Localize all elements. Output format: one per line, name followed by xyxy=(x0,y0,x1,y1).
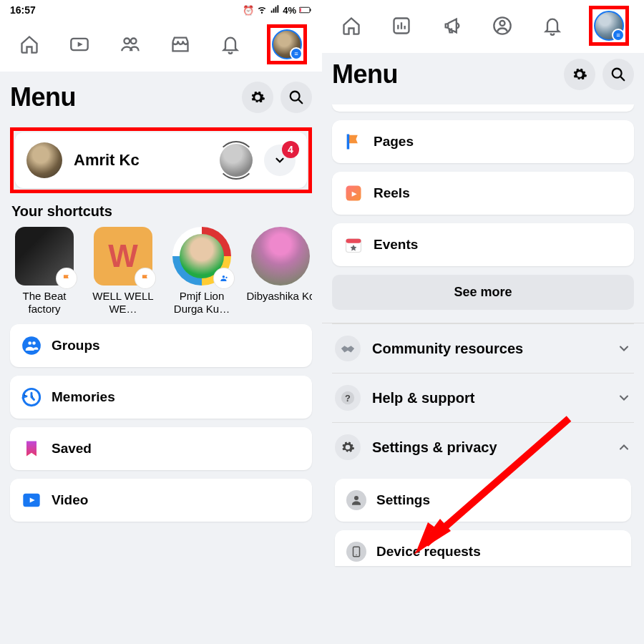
profile-card[interactable]: Amrit Kc 4 xyxy=(15,132,307,188)
settings-privacy-sublist: Settings Device requests xyxy=(332,479,634,566)
search-button[interactable] xyxy=(602,59,634,90)
menu-badge-icon: ≡ xyxy=(290,47,303,60)
svg-point-6 xyxy=(291,92,300,101)
svg-point-22 xyxy=(356,555,357,556)
shortcut-item[interactable]: Dibyashika Kc xyxy=(246,227,312,316)
profile-tab-icon[interactable] xyxy=(488,12,517,39)
shortcuts-row[interactable]: The Beat factory W WELL WELL WE… Pmjf Li… xyxy=(10,227,312,316)
gear-icon xyxy=(250,89,265,105)
profile-avatar xyxy=(26,142,62,178)
video-icon xyxy=(21,490,42,510)
expandable-community-resources[interactable]: Community resources xyxy=(332,323,634,373)
svg-point-7 xyxy=(22,336,41,355)
device-icon xyxy=(346,542,366,562)
menu-item-label: Pages xyxy=(374,134,414,150)
menu-item-label: Reels xyxy=(374,185,410,201)
svg-text:?: ? xyxy=(345,393,351,404)
wifi-icon xyxy=(257,4,267,16)
menu-item-label: Saved xyxy=(52,441,92,457)
shortcut-label: The Beat factory xyxy=(10,290,79,316)
chevron-down-icon xyxy=(617,391,631,405)
marketplace-tab-icon[interactable] xyxy=(166,31,195,58)
status-icons: ⏰ 4% xyxy=(243,4,312,16)
svg-rect-17 xyxy=(346,239,361,243)
menu-badge-icon: ≡ xyxy=(612,29,625,42)
question-icon: ? xyxy=(335,385,361,411)
flag-icon xyxy=(135,268,155,288)
notifications-tab-icon[interactable] xyxy=(216,31,245,58)
settings-gear-button[interactable] xyxy=(242,82,273,113)
shortcut-image xyxy=(251,227,310,286)
menu-item-reels[interactable]: Reels xyxy=(332,172,634,215)
memories-icon xyxy=(21,387,42,407)
friends-tab-icon[interactable] xyxy=(116,31,145,58)
svg-point-20 xyxy=(354,496,358,500)
svg-rect-1 xyxy=(310,9,311,11)
menu-header: Menu xyxy=(322,53,644,104)
events-icon xyxy=(343,235,364,255)
shortcut-image: W xyxy=(94,227,152,286)
menu-item-saved[interactable]: Saved xyxy=(10,427,312,470)
signal-icon xyxy=(270,4,280,16)
person-gear-icon xyxy=(346,490,366,510)
profile-name: Amrit Kc xyxy=(74,151,208,170)
menu-item-memories[interactable]: Memories xyxy=(10,376,312,419)
switch-profile-icon[interactable] xyxy=(220,144,253,177)
status-time: 16:57 xyxy=(10,4,36,16)
menu-item-pages[interactable]: Pages xyxy=(332,120,634,163)
expandable-label: Community resources xyxy=(372,341,605,357)
top-tab-bar: ≡ xyxy=(0,20,322,72)
alarm-icon: ⏰ xyxy=(243,5,254,16)
menu-item-video[interactable]: Video xyxy=(10,479,312,522)
shortcut-image xyxy=(172,227,231,286)
insights-tab-icon[interactable] xyxy=(387,12,416,39)
expandable-help-support[interactable]: ? Help & support xyxy=(332,373,634,422)
shortcut-item[interactable]: Pmjf Lion Durga Ku… xyxy=(167,227,236,316)
home-tab-icon[interactable] xyxy=(15,31,44,58)
menu-tab-avatar[interactable]: ≡ xyxy=(272,29,302,59)
reels-icon xyxy=(343,183,364,203)
shortcut-item[interactable]: The Beat factory xyxy=(10,227,79,316)
sub-item-device-requests[interactable]: Device requests xyxy=(335,530,631,566)
shortcut-item[interactable]: W WELL WELL WE… xyxy=(89,227,157,316)
search-icon xyxy=(610,67,626,82)
top-tab-bar: ≡ xyxy=(322,0,644,53)
menu-tab-highlight: ≡ xyxy=(267,24,307,64)
menu-item-events[interactable]: Events xyxy=(332,223,634,266)
battery-icon xyxy=(299,5,312,16)
handshake-icon xyxy=(335,336,361,361)
settings-gear-button[interactable] xyxy=(564,59,595,90)
search-button[interactable] xyxy=(280,82,312,113)
menu-item-label: Events xyxy=(374,237,418,253)
flag-icon xyxy=(57,268,77,288)
menu-tab-highlight: ≡ xyxy=(589,6,629,46)
search-icon xyxy=(288,89,304,105)
status-bar: 16:57 ⏰ 4% xyxy=(0,0,322,20)
notifications-tab-icon[interactable] xyxy=(538,12,567,39)
profile-expand-button[interactable]: 4 xyxy=(264,145,296,176)
groups-icon xyxy=(21,336,42,356)
menu-item-label: Memories xyxy=(52,389,115,405)
sub-item-settings[interactable]: Settings xyxy=(335,479,631,522)
chevron-up-icon xyxy=(617,440,631,454)
gear-icon xyxy=(572,67,587,82)
svg-rect-2 xyxy=(300,8,301,11)
menu-tab-avatar[interactable]: ≡ xyxy=(594,11,624,41)
menu-item-groups[interactable]: Groups xyxy=(10,324,312,367)
megaphone-tab-icon[interactable] xyxy=(438,12,467,39)
chevron-down-icon xyxy=(617,341,631,356)
shortcut-label: Pmjf Lion Durga Ku… xyxy=(167,290,236,316)
video-tab-icon[interactable] xyxy=(65,31,94,58)
svg-point-5 xyxy=(131,38,137,44)
svg-point-13 xyxy=(613,69,622,78)
gear-small-icon xyxy=(335,434,361,460)
shortcuts-heading: Your shortcuts xyxy=(11,203,311,220)
svg-point-12 xyxy=(500,21,505,26)
shortcut-label: Dibyashika Kc xyxy=(246,290,312,303)
home-tab-icon[interactable] xyxy=(337,12,366,39)
expandable-settings-privacy[interactable]: Settings & privacy xyxy=(332,422,634,472)
shortcut-label: WELL WELL WE… xyxy=(89,290,157,316)
see-more-button[interactable]: See more xyxy=(332,275,634,310)
menu-header: Menu xyxy=(0,72,322,127)
shortcut-image xyxy=(15,227,74,286)
